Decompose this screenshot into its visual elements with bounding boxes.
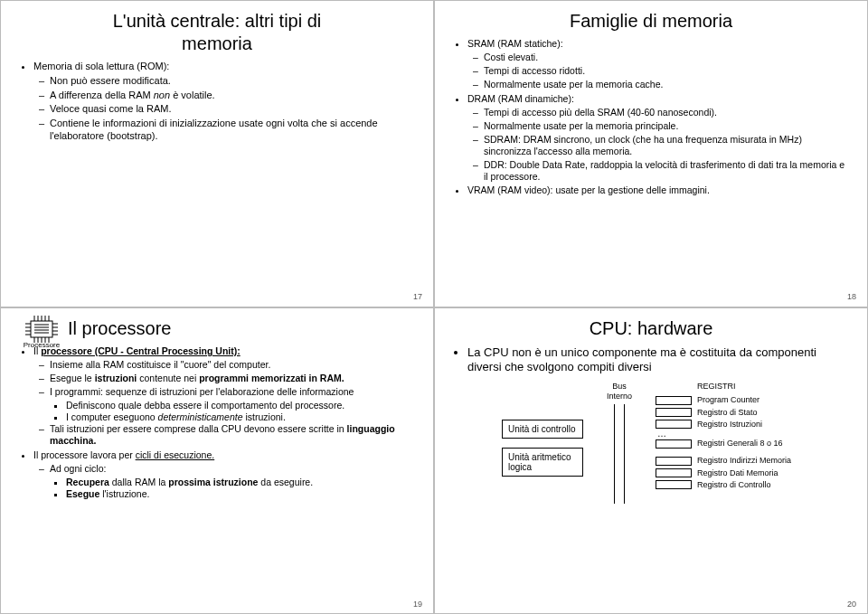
bullet-list: Il processore (CPU - Central Processing … xyxy=(17,345,417,501)
bullet: Memoria di sola lettura (ROM): xyxy=(33,61,417,73)
bus-label: Bus Interno xyxy=(601,382,637,402)
register-name: Registro Indirizzi Memoria xyxy=(697,456,791,466)
diagram-registers: REGISTRI Program Counter Registro di Sta… xyxy=(656,382,791,490)
bullet-list: La CPU non è un unico componente ma è co… xyxy=(451,345,851,375)
register-name: Registri Generali 8 o 16 xyxy=(697,439,783,449)
sub-bullet: Contiene le informazioni di inizializzaz… xyxy=(50,118,417,143)
register-name: Registro di Stato xyxy=(697,408,758,418)
cpu-hardware-diagram: Unità di controllo Unità aritmetico logi… xyxy=(451,382,851,504)
register-name: Program Counter xyxy=(697,395,760,405)
page-number: 18 xyxy=(847,292,856,302)
sub-sub-bullet: I computer eseguono deterministicamente … xyxy=(66,411,417,423)
register-name: Registro di Controllo xyxy=(697,480,771,490)
sub-bullet: Tempi di accesso ridotti. xyxy=(484,65,851,77)
page-number: 20 xyxy=(847,600,856,609)
sub-bullet: Costi elevati. xyxy=(484,52,851,63)
slide-20: CPU: hardware La CPU non è un unico comp… xyxy=(434,307,868,615)
bullet: SRAM (RAM statiche): xyxy=(467,38,851,50)
sub-sub-bullet: Definiscono quale debba essere il compor… xyxy=(66,400,417,411)
slide-title: L'unità centrale: altri tipi di memoria xyxy=(81,10,353,55)
sub-bullet: Esegue le istruzioni contenute nei progr… xyxy=(50,373,417,384)
slide-title: Famiglie di memoria xyxy=(451,10,851,33)
sub-bullet: SDRAM: DRAM sincrono, un clock (che ha u… xyxy=(484,134,851,157)
sub-bullet: A differenza della RAM non è volatile. xyxy=(50,90,417,102)
register-name: Registro Istruzioni xyxy=(697,420,762,430)
sub-sub-bullet: Esegue l'istruzione. xyxy=(66,488,417,500)
svg-rect-0 xyxy=(31,321,52,337)
bullet: DRAM (RAM dinamiche): xyxy=(467,93,851,105)
diagram-bus: Bus Interno xyxy=(601,382,637,504)
registers-label: REGISTRI xyxy=(697,382,791,392)
sub-bullet: DDR: Double Data Rate, raddoppia la velo… xyxy=(484,159,851,183)
register-name: Registro Dati Memoria xyxy=(697,468,778,478)
sub-sub-bullet: Recupera dalla RAM la prossima istruzion… xyxy=(66,477,417,488)
slide-title: Il processore xyxy=(68,317,417,340)
sub-bullet: Normalmente usate per la memoria princip… xyxy=(484,120,851,132)
sub-bullet: Normalmente usate per la memoria cache. xyxy=(484,79,851,90)
processor-chip-icon: Processore xyxy=(17,316,66,350)
page-number: 17 xyxy=(413,292,422,302)
sub-bullet: Veloce quasi come la RAM. xyxy=(50,103,417,116)
bullet: La CPU non è un unico componente ma è co… xyxy=(467,345,851,375)
page-number: 19 xyxy=(413,600,422,609)
sub-bullet: Ad ogni ciclo: xyxy=(50,463,417,475)
slide-title: CPU: hardware xyxy=(451,317,851,340)
bullet-list: Memoria di sola lettura (ROM): Non può e… xyxy=(17,61,417,143)
slide-grid: L'unità centrale: altri tipi di memoria … xyxy=(0,0,868,614)
bullet: Il processore lavora per cicli di esecuz… xyxy=(33,449,417,461)
bullet: VRAM (RAM video): usate per la gestione … xyxy=(467,184,851,196)
sub-bullet: Tali istruzioni per essere comprese dall… xyxy=(50,423,417,447)
sub-bullet: Non può essere modificata. xyxy=(50,75,417,88)
chip-label: Processore xyxy=(17,341,66,350)
bullet-list: SRAM (RAM statiche): Costi elevati. Temp… xyxy=(451,38,851,197)
sub-bullet: Tempi di accesso più della SRAM (40-60 n… xyxy=(484,107,851,118)
alu-box: Unità aritmetico logica xyxy=(502,448,583,477)
diagram-left-col: Unità di controllo Unità aritmetico logi… xyxy=(502,382,583,477)
slide-18: Famiglie di memoria SRAM (RAM statiche):… xyxy=(434,0,868,307)
sub-bullet: I programmi: sequenze di istruzioni per … xyxy=(50,386,417,398)
sub-bullet: Insieme alla RAM costituisce il "cuore" … xyxy=(50,359,417,371)
bullet: Il processore (CPU - Central Processing … xyxy=(33,345,417,357)
slide-17: L'unità centrale: altri tipi di memoria … xyxy=(0,0,434,307)
slide-19: Processore Il processore Il processore (… xyxy=(0,307,434,615)
control-unit-box: Unità di controllo xyxy=(502,420,583,439)
ellipsis: … xyxy=(656,431,666,437)
